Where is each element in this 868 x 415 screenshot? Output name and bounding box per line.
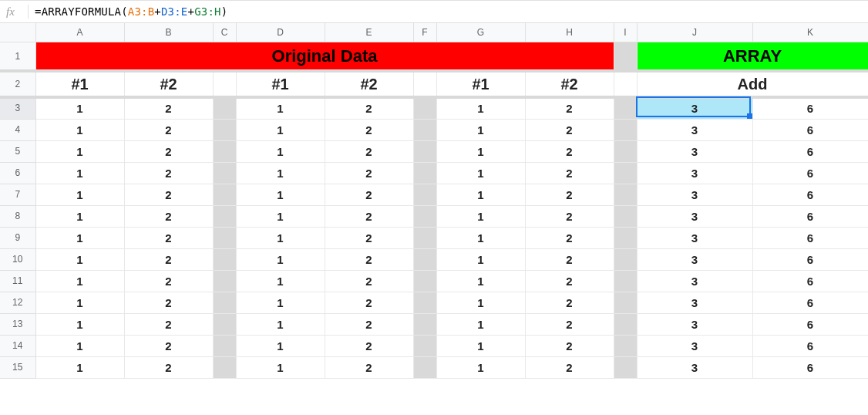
cell-B6[interactable]: 2 xyxy=(124,162,213,184)
subheader-D[interactable]: #1 xyxy=(236,71,325,97)
separator-C9[interactable] xyxy=(213,227,236,248)
spreadsheet-grid[interactable]: ABCDEFGHIJK 1Original DataARRAY2#1#2#1#2… xyxy=(0,23,868,379)
cell-A3[interactable]: 1 xyxy=(35,97,124,119)
separator-F9[interactable] xyxy=(413,227,436,248)
column-header-K[interactable]: K xyxy=(752,23,868,42)
separator-C14[interactable] xyxy=(213,335,236,356)
subheader-E[interactable]: #2 xyxy=(325,71,413,97)
cell-H7[interactable]: 2 xyxy=(525,184,614,205)
row-header-1[interactable]: 1 xyxy=(0,42,35,71)
separator-C8[interactable] xyxy=(213,205,236,227)
cell-G3[interactable]: 1 xyxy=(436,97,525,119)
cell-J4[interactable]: 3 xyxy=(637,119,752,140)
cell-A12[interactable]: 1 xyxy=(35,292,124,313)
separator-F10[interactable] xyxy=(413,248,436,270)
row-header-14[interactable]: 14 xyxy=(0,335,35,356)
cell-H6[interactable]: 2 xyxy=(525,162,614,184)
cell-B3[interactable]: 2 xyxy=(124,97,213,119)
separator-F11[interactable] xyxy=(413,270,436,292)
separator-C[interactable] xyxy=(213,71,236,97)
cell-H13[interactable]: 2 xyxy=(525,313,614,335)
row-header-4[interactable]: 4 xyxy=(0,119,35,140)
cell-D11[interactable]: 1 xyxy=(236,270,325,292)
cell-B15[interactable]: 2 xyxy=(124,356,213,378)
cell-E13[interactable]: 2 xyxy=(325,313,413,335)
separator-F13[interactable] xyxy=(413,313,436,335)
header-array[interactable]: ARRAY xyxy=(637,42,868,71)
cell-D10[interactable]: 1 xyxy=(236,248,325,270)
cell-D14[interactable]: 1 xyxy=(236,335,325,356)
column-header-E[interactable]: E xyxy=(325,23,413,42)
separator-I11[interactable] xyxy=(614,270,637,292)
cell-K5[interactable]: 6 xyxy=(752,140,868,162)
cell-G6[interactable]: 1 xyxy=(436,162,525,184)
cell-J3[interactable]: 3 xyxy=(637,97,752,119)
cell-D5[interactable]: 1 xyxy=(236,140,325,162)
cell-D3[interactable]: 1 xyxy=(236,97,325,119)
cell-E11[interactable]: 2 xyxy=(325,270,413,292)
cell-D8[interactable]: 1 xyxy=(236,205,325,227)
cell-E9[interactable]: 2 xyxy=(325,227,413,248)
cell-A8[interactable]: 1 xyxy=(35,205,124,227)
select-all-corner[interactable] xyxy=(0,23,35,42)
cell-A7[interactable]: 1 xyxy=(35,184,124,205)
cell-D7[interactable]: 1 xyxy=(236,184,325,205)
cell-D9[interactable]: 1 xyxy=(236,227,325,248)
cell-E12[interactable]: 2 xyxy=(325,292,413,313)
cell-K12[interactable]: 6 xyxy=(752,292,868,313)
cell-B5[interactable]: 2 xyxy=(124,140,213,162)
cell-E5[interactable]: 2 xyxy=(325,140,413,162)
cell-A14[interactable]: 1 xyxy=(35,335,124,356)
cell-K8[interactable]: 6 xyxy=(752,205,868,227)
header-original-data[interactable]: Original Data xyxy=(35,42,614,71)
separator-I13[interactable] xyxy=(614,313,637,335)
cell-G15[interactable]: 1 xyxy=(436,356,525,378)
cell-J8[interactable]: 3 xyxy=(637,205,752,227)
cell-H4[interactable]: 2 xyxy=(525,119,614,140)
cell-D15[interactable]: 1 xyxy=(236,356,325,378)
cell-B10[interactable]: 2 xyxy=(124,248,213,270)
subheader-add[interactable]: Add xyxy=(637,71,868,97)
row-header-11[interactable]: 11 xyxy=(0,270,35,292)
formula-input[interactable]: =ARRAYFORMULA(A3:B+D3:E+G3:H) xyxy=(35,5,862,18)
separator-F4[interactable] xyxy=(413,119,436,140)
cell-H12[interactable]: 2 xyxy=(525,292,614,313)
cell-A5[interactable]: 1 xyxy=(35,140,124,162)
cell-J10[interactable]: 3 xyxy=(637,248,752,270)
cell-H11[interactable]: 2 xyxy=(525,270,614,292)
column-header-J[interactable]: J xyxy=(637,23,752,42)
cell-B4[interactable]: 2 xyxy=(124,119,213,140)
cell-K11[interactable]: 6 xyxy=(752,270,868,292)
row-header-7[interactable]: 7 xyxy=(0,184,35,205)
column-header-G[interactable]: G xyxy=(436,23,525,42)
cell-A9[interactable]: 1 xyxy=(35,227,124,248)
cell-J14[interactable]: 3 xyxy=(637,335,752,356)
cell-D6[interactable]: 1 xyxy=(236,162,325,184)
column-header-H[interactable]: H xyxy=(525,23,614,42)
cell-B14[interactable]: 2 xyxy=(124,335,213,356)
cell-E3[interactable]: 2 xyxy=(325,97,413,119)
separator-I7[interactable] xyxy=(614,184,637,205)
cell-K15[interactable]: 6 xyxy=(752,356,868,378)
separator-C7[interactable] xyxy=(213,184,236,205)
cell-B7[interactable]: 2 xyxy=(124,184,213,205)
cell-A10[interactable]: 1 xyxy=(35,248,124,270)
subheader-B[interactable]: #2 xyxy=(124,71,213,97)
column-header-D[interactable]: D xyxy=(236,23,325,42)
separator-F[interactable] xyxy=(413,71,436,97)
cell-A11[interactable]: 1 xyxy=(35,270,124,292)
separator-I[interactable] xyxy=(614,42,637,71)
column-header-F[interactable]: F xyxy=(413,23,436,42)
cell-E14[interactable]: 2 xyxy=(325,335,413,356)
separator-F14[interactable] xyxy=(413,335,436,356)
cell-B11[interactable]: 2 xyxy=(124,270,213,292)
separator-C10[interactable] xyxy=(213,248,236,270)
cell-H15[interactable]: 2 xyxy=(525,356,614,378)
cell-K13[interactable]: 6 xyxy=(752,313,868,335)
cell-E4[interactable]: 2 xyxy=(325,119,413,140)
separator-I3[interactable] xyxy=(614,97,637,119)
separator-F6[interactable] xyxy=(413,162,436,184)
cell-D4[interactable]: 1 xyxy=(236,119,325,140)
separator-I5[interactable] xyxy=(614,140,637,162)
cell-A13[interactable]: 1 xyxy=(35,313,124,335)
